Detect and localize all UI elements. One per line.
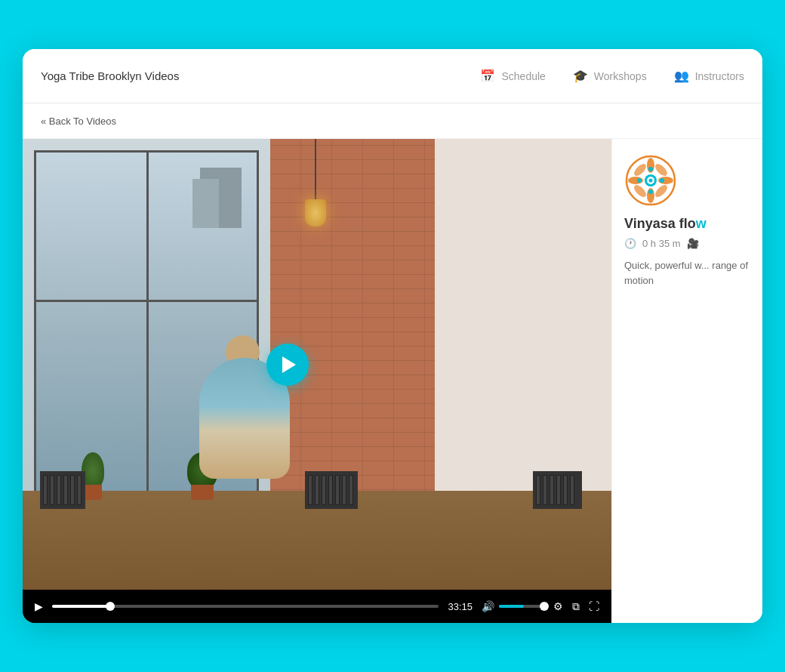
pip-button[interactable]: ⧉ — [572, 600, 580, 613]
volume-fill — [499, 605, 524, 608]
svg-point-12 — [637, 178, 642, 183]
settings-button[interactable]: ⚙ — [553, 600, 563, 612]
svg-point-7 — [653, 183, 669, 199]
people-icon: 👥 — [674, 69, 689, 83]
nav-instructors[interactable]: 👥 Instructors — [674, 69, 744, 83]
video-progress-fill — [52, 605, 110, 608]
video-description: Quick, powerful w... range of motion — [624, 258, 750, 288]
nav-workshops-label: Workshops — [594, 70, 647, 82]
play-button[interactable] — [266, 344, 309, 386]
video-logo — [624, 154, 677, 207]
video-title-text: Vinyasa flo — [624, 216, 696, 231]
radiator-left — [40, 471, 85, 509]
play-pause-button[interactable]: ▶ — [35, 600, 43, 612]
volume-control: 🔊 — [482, 600, 544, 612]
back-to-videos-link[interactable]: Back To Videos — [41, 116, 116, 127]
video-background — [23, 139, 611, 590]
nav-instructors-label: Instructors — [695, 70, 744, 82]
window-pane-vertical — [146, 153, 149, 519]
video-meta: 🕐 0 h 35 m 🎥 — [624, 238, 750, 249]
lamp-cord — [315, 139, 316, 199]
video-controls-bar: ▶ 33:15 🔊 ⚙ ⧉ ⛶ — [23, 590, 611, 623]
browser-window: Yoga Tribe Brooklyn Videos 📅 Schedule 🎓 … — [23, 49, 762, 623]
nav-workshops[interactable]: 🎓 Workshops — [573, 69, 647, 83]
navigation: 📅 Schedule 🎓 Workshops 👥 Instructors — [480, 69, 744, 83]
building-background-2 — [192, 179, 219, 228]
hanging-lamp — [305, 139, 326, 227]
breadcrumb: Back To Videos — [23, 103, 762, 139]
video-section: ▶ 33:15 🔊 ⚙ ⧉ ⛶ — [23, 139, 611, 623]
site-title: Yoga Tribe Brooklyn Videos — [41, 69, 179, 82]
svg-point-11 — [648, 190, 653, 194]
window-pane-horizontal — [36, 300, 257, 302]
svg-point-6 — [632, 162, 648, 177]
graduation-cap-icon: 🎓 — [573, 69, 588, 83]
nav-schedule[interactable]: 📅 Schedule — [480, 69, 545, 83]
video-duration: 0 h 35 m — [642, 238, 681, 249]
calendar-icon: 📅 — [480, 69, 495, 83]
clock-icon: 🕐 — [624, 238, 636, 249]
volume-indicator — [540, 602, 549, 611]
progress-indicator — [106, 602, 115, 611]
video-progress-bar[interactable] — [52, 605, 439, 608]
video-time: 33:15 — [448, 601, 473, 612]
video-info-panel: Vinyasa flow 🕐 0 h 35 m 🎥 Quick, powerfu… — [611, 139, 762, 623]
svg-point-9 — [632, 183, 648, 199]
svg-point-8 — [653, 162, 669, 177]
volume-track[interactable] — [499, 605, 544, 608]
radiator-center — [305, 471, 358, 509]
video-title-accent: w — [696, 216, 706, 231]
svg-point-10 — [648, 167, 653, 171]
radiator-right — [533, 471, 582, 509]
lamp-shade — [305, 199, 326, 227]
plant-pot — [84, 485, 102, 500]
svg-point-15 — [649, 179, 653, 183]
nav-schedule-label: Schedule — [501, 70, 545, 82]
video-title: Vinyasa flow — [624, 216, 750, 232]
camera-icon: 🎥 — [687, 238, 699, 249]
volume-button[interactable]: 🔊 — [482, 600, 494, 612]
main-content: ▶ 33:15 🔊 ⚙ ⧉ ⛶ — [23, 139, 762, 623]
svg-point-13 — [660, 178, 664, 183]
video-container[interactable] — [23, 139, 611, 590]
fullscreen-button[interactable]: ⛶ — [589, 600, 599, 612]
play-icon — [282, 356, 296, 373]
header: Yoga Tribe Brooklyn Videos 📅 Schedule 🎓 … — [23, 49, 762, 103]
